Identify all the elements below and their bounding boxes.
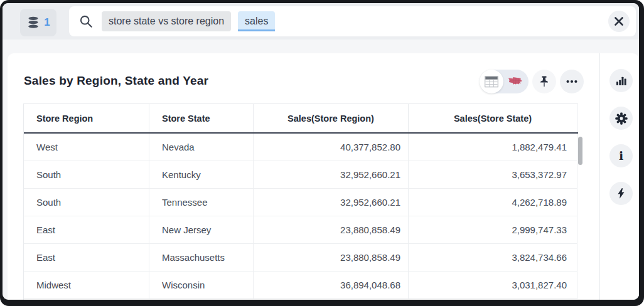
search-token-phrase[interactable]: store state vs store region: [102, 11, 231, 31]
chart-icon: [614, 74, 628, 87]
table-cell[interactable]: Wisconsin: [149, 272, 254, 299]
spotiq-button[interactable]: [609, 182, 633, 205]
search-bar[interactable]: store state vs store region sales: [69, 6, 636, 36]
table-cell[interactable]: 40,377,852.80: [254, 134, 409, 161]
database-icon: [26, 16, 40, 29]
side-rail: i: [609, 69, 633, 205]
column-header-store-region[interactable]: Store Region: [24, 104, 149, 132]
table-cell[interactable]: East: [24, 216, 149, 244]
table-row[interactable]: EastMassachusetts23,880,858.493,824,734.…: [24, 244, 578, 272]
search-icon: [79, 14, 94, 29]
table-cell[interactable]: 32,952,660.21: [254, 161, 409, 189]
table-cell[interactable]: Tennessee: [149, 189, 254, 216]
column-header-sales-store-state[interactable]: Sales(Store State): [409, 104, 577, 132]
map-view-button[interactable]: [503, 70, 528, 93]
app-window: 1 store state vs store region sales: [0, 0, 644, 306]
clear-search-button[interactable]: [608, 11, 630, 32]
table-cell[interactable]: 4,262,718.89: [409, 189, 577, 216]
data-source-button[interactable]: 1: [20, 9, 56, 36]
table-cell[interactable]: South: [24, 189, 149, 216]
rail-divider: [599, 53, 600, 300]
table-cell[interactable]: 2,999,747.33: [409, 216, 577, 244]
table-header-row: Store Region Store State Sales(Store Reg…: [24, 104, 578, 134]
table-cell[interactable]: Midwest: [24, 272, 149, 299]
lightning-icon: [615, 187, 627, 199]
table-cell[interactable]: 3,824,734.66: [409, 244, 577, 272]
close-icon: [614, 17, 623, 26]
table-row[interactable]: MidwestWisconsin36,894,048.683,031,827.4…: [24, 272, 578, 299]
answer-toolbar: [480, 70, 584, 93]
data-source-count: 1: [44, 16, 50, 29]
table-cell[interactable]: 23,880,858.49: [254, 244, 409, 272]
column-header-store-state[interactable]: Store State: [149, 104, 254, 132]
pin-icon: [537, 75, 551, 88]
table-row[interactable]: SouthKentucky32,952,660.213,653,372.97: [24, 161, 578, 189]
table-cell[interactable]: Massachusetts: [149, 244, 254, 272]
table-cell[interactable]: 36,894,048.68: [254, 272, 409, 299]
table-cell[interactable]: Nevada: [149, 134, 254, 161]
search-token-active[interactable]: sales: [238, 11, 275, 31]
info-button[interactable]: i: [609, 144, 633, 167]
table-cell[interactable]: West: [24, 134, 149, 161]
table-cell[interactable]: 3,653,372.97: [409, 161, 577, 189]
result-table: Store Region Store State Sales(Store Reg…: [23, 103, 578, 300]
gear-icon: [614, 112, 628, 125]
table-view-icon: [485, 76, 498, 88]
table-scrollbar[interactable]: [578, 137, 582, 165]
map-view-icon: [508, 76, 523, 87]
table-body: WestNevada40,377,852.801,882,479.41South…: [24, 134, 578, 299]
pin-button[interactable]: [532, 70, 556, 93]
table-cell[interactable]: 23,880,858.49: [254, 216, 409, 244]
table-cell[interactable]: 3,031,827.40: [409, 272, 577, 299]
table-cell[interactable]: South: [24, 161, 149, 189]
more-button[interactable]: [560, 70, 584, 93]
configure-button[interactable]: [609, 107, 633, 130]
table-cell[interactable]: New Jersey: [149, 216, 254, 244]
table-row[interactable]: SouthTennessee32,952,660.214,262,718.89: [24, 189, 578, 216]
search-topbar: 1 store state vs store region sales: [3, 3, 639, 40]
table-cell[interactable]: Kentucky: [149, 161, 254, 189]
info-icon: i: [619, 150, 623, 162]
table-cell[interactable]: 1,882,479.41: [409, 134, 577, 161]
more-icon: [565, 75, 579, 88]
answer-title: Sales by Region, State and Year: [24, 74, 208, 88]
view-toggle: [480, 70, 529, 93]
app-frame: 1 store state vs store region sales: [3, 3, 639, 300]
table-row[interactable]: WestNevada40,377,852.801,882,479.41: [24, 134, 578, 161]
table-row[interactable]: EastNew Jersey23,880,858.492,999,747.33: [24, 216, 578, 244]
table-cell[interactable]: East: [24, 244, 149, 272]
change-visualization-button[interactable]: [609, 69, 633, 92]
answer-card: Sales by Region, State and Year: [8, 53, 639, 300]
column-header-sales-store-region[interactable]: Sales(Store Region): [254, 104, 409, 132]
table-cell[interactable]: 32,952,660.21: [254, 189, 409, 216]
table-view-button[interactable]: [480, 70, 503, 93]
